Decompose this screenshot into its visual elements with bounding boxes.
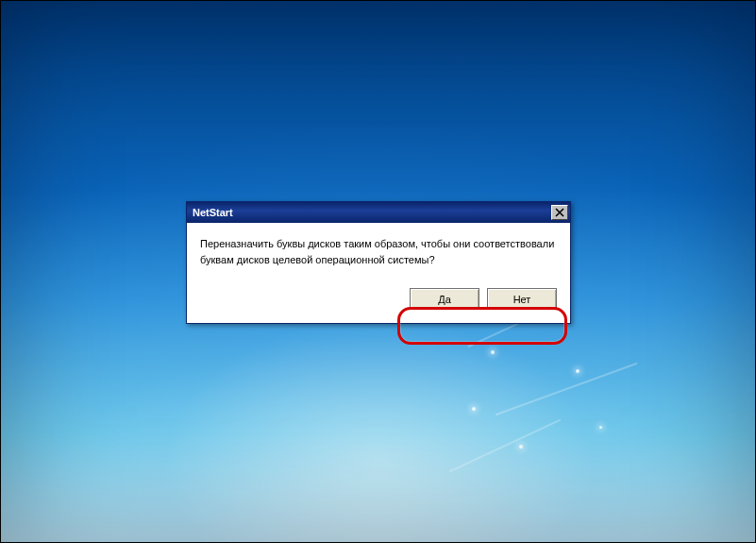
dialog-title: NetStart (193, 207, 233, 218)
dialog-message: Переназначить буквы дисков таким образом… (200, 236, 557, 267)
dialog-button-row: Да Нет (187, 280, 570, 323)
desktop-background: NetStart Переназначить буквы дисков таки… (0, 0, 756, 543)
netstart-dialog: NetStart Переназначить буквы дисков таки… (186, 201, 571, 324)
yes-button[interactable]: Да (410, 288, 479, 310)
close-button[interactable] (551, 205, 568, 220)
no-button[interactable]: Нет (487, 288, 557, 310)
close-icon (555, 208, 564, 217)
dialog-body: Переназначить буквы дисков таким образом… (187, 223, 570, 280)
dialog-titlebar[interactable]: NetStart (187, 202, 570, 223)
